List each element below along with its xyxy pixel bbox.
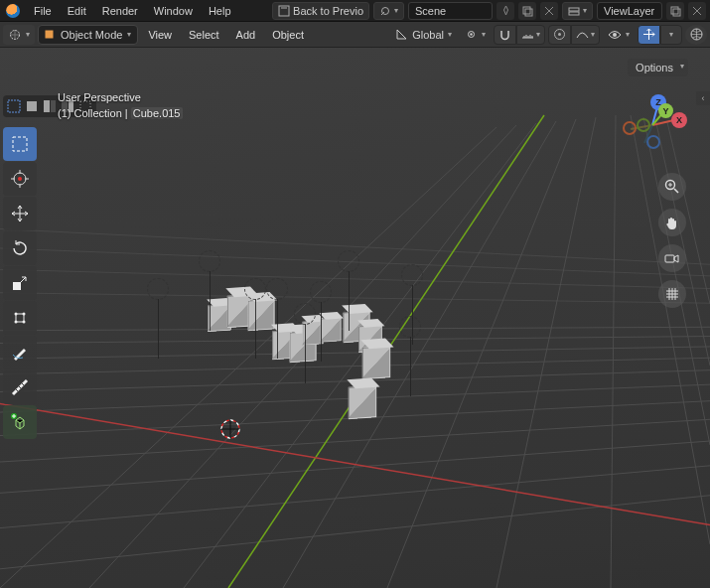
viewport-options-dropdown[interactable]: Options <box>628 59 688 76</box>
toggle-n-panel[interactable]: ‹ <box>696 91 710 105</box>
new-viewlayer-button[interactable] <box>666 2 684 20</box>
tool-add-primitive[interactable] <box>3 405 37 439</box>
tool-bar <box>3 127 37 439</box>
svg-rect-3 <box>525 9 532 16</box>
select-menu[interactable]: Select <box>182 26 226 44</box>
svg-point-13 <box>558 33 561 36</box>
camera-view-button[interactable] <box>658 244 686 272</box>
viewport-header: ▾ Object Mode ▾ View Select Add Object G… <box>0 22 710 48</box>
scene-cube[interactable] <box>362 346 391 379</box>
select-mode-2[interactable] <box>23 97 41 115</box>
top-menu-bar: File Edit Render Window Help Back to Pre… <box>0 0 710 22</box>
grid-icon <box>664 286 680 302</box>
transform-orientation-dropdown[interactable]: Global ▾ <box>390 25 457 45</box>
menu-file[interactable]: File <box>26 2 60 20</box>
snap-toggle[interactable] <box>494 25 516 45</box>
viewlayer-name-field[interactable]: ViewLayer <box>597 2 662 20</box>
copy-icon <box>521 5 533 17</box>
globe-icon <box>690 28 703 41</box>
svg-line-30 <box>283 121 556 588</box>
close-icon <box>544 6 554 16</box>
add-menu[interactable]: Add <box>229 26 263 44</box>
object-visibility-dropdown[interactable]: ▾ <box>603 25 635 45</box>
scene-light[interactable] <box>338 250 359 272</box>
axis-neg-y-handle[interactable] <box>637 118 650 132</box>
cursor-3d <box>218 417 240 439</box>
layers-icon <box>568 5 580 17</box>
object-menu[interactable]: Object <box>265 26 311 44</box>
scene-cube[interactable] <box>248 299 275 331</box>
svg-rect-5 <box>569 12 579 15</box>
scene-light[interactable] <box>399 316 421 338</box>
svg-point-58 <box>11 413 17 419</box>
snap-type-dropdown[interactable]: ▾ <box>516 25 545 45</box>
gizmo-group: ▾ <box>638 25 682 45</box>
scene-light[interactable] <box>199 250 220 272</box>
svg-point-14 <box>613 33 617 37</box>
proportional-icon <box>553 28 566 41</box>
mode-dropdown[interactable]: Object Mode ▾ <box>38 25 138 45</box>
scene-light[interactable] <box>244 278 266 300</box>
svg-rect-2 <box>523 7 530 14</box>
tool-annotate[interactable] <box>3 336 37 369</box>
proportional-edit-toggle[interactable] <box>548 25 571 45</box>
scene-name-field[interactable]: Scene <box>408 2 493 20</box>
orientation-icon <box>395 28 408 41</box>
svg-line-32 <box>497 117 596 588</box>
delete-scene-button[interactable] <box>540 2 558 20</box>
back-to-previous-button[interactable]: Back to Previo <box>272 2 369 20</box>
scene-light[interactable] <box>266 278 288 300</box>
scene-light[interactable] <box>147 278 169 300</box>
scene-light[interactable] <box>294 303 316 325</box>
back-icon <box>278 5 290 17</box>
svg-point-51 <box>18 177 22 181</box>
pivot-point-dropdown[interactable]: ▾ <box>460 25 491 45</box>
overlays-toggle[interactable] <box>685 25 707 45</box>
tool-transform[interactable] <box>3 301 37 335</box>
new-scene-button[interactable] <box>518 2 536 20</box>
scene-cube[interactable] <box>321 317 342 342</box>
navigation-gizmo[interactable]: Z Y X <box>615 85 690 161</box>
pin-icon <box>500 5 511 16</box>
proportional-falloff-dropdown[interactable]: ▾ <box>571 25 600 45</box>
menu-help[interactable]: Help <box>201 2 239 20</box>
view-menu[interactable]: View <box>141 26 179 44</box>
tool-move[interactable] <box>3 197 37 230</box>
tool-rotate[interactable] <box>3 231 37 265</box>
scene-cube[interactable] <box>349 385 377 419</box>
axis-neg-z-handle[interactable] <box>646 135 660 149</box>
menu-render[interactable]: Render <box>94 2 146 20</box>
tool-scale[interactable] <box>3 266 37 300</box>
svg-line-31 <box>387 119 576 588</box>
tool-select-box[interactable] <box>3 127 37 161</box>
copy-icon <box>669 5 681 17</box>
menu-edit[interactable]: Edit <box>60 2 94 20</box>
viewport-nav-buttons <box>658 173 686 308</box>
svg-rect-42 <box>8 100 20 112</box>
axis-neg-x-handle[interactable] <box>623 121 637 135</box>
select-mode-3[interactable] <box>41 97 59 115</box>
axis-x-handle[interactable]: X <box>671 112 687 128</box>
viewport-3d[interactable]: User Perspective (1) Collection | Cube.0… <box>0 48 710 588</box>
browse-scene-button[interactable]: ▾ <box>373 2 404 20</box>
zoom-button[interactable] <box>658 173 686 201</box>
delete-viewlayer-button[interactable] <box>688 2 706 20</box>
svg-point-50 <box>14 173 26 185</box>
toggle-ortho-button[interactable] <box>658 280 686 308</box>
tool-measure[interactable] <box>3 370 37 404</box>
gizmo-dropdown[interactable]: ▾ <box>660 25 682 45</box>
browse-viewlayer-button[interactable]: ▾ <box>562 2 593 20</box>
svg-rect-7 <box>673 9 680 16</box>
tool-cursor[interactable] <box>3 162 37 196</box>
svg-rect-49 <box>13 137 27 151</box>
svg-point-55 <box>23 313 26 316</box>
pan-button[interactable] <box>658 209 686 236</box>
show-gizmos-toggle[interactable] <box>638 25 660 45</box>
scene-light[interactable] <box>401 264 423 286</box>
svg-line-16 <box>0 490 710 574</box>
pin-scene-button[interactable] <box>497 2 514 20</box>
editor-type-dropdown[interactable]: ▾ <box>3 25 35 45</box>
scene-light[interactable] <box>310 281 332 303</box>
select-mode-1[interactable] <box>5 97 23 115</box>
menu-window[interactable]: Window <box>146 2 201 20</box>
